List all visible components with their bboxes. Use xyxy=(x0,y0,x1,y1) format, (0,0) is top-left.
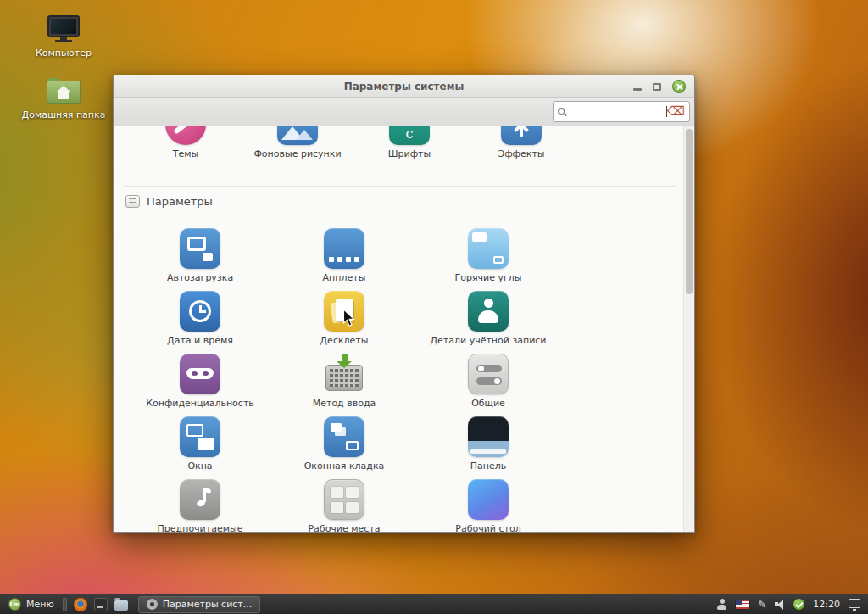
files-icon[interactable] xyxy=(114,600,128,611)
account-details-icon xyxy=(468,291,509,332)
settings-gear-icon xyxy=(147,599,158,610)
volume-icon[interactable] xyxy=(775,600,785,610)
settings-item-workspaces[interactable]: Рабочие места xyxy=(272,479,416,532)
search-icon xyxy=(558,108,565,115)
settings-item-windows[interactable]: Окна xyxy=(128,416,272,478)
panel-icon xyxy=(468,416,509,457)
window-toolbar: ⌫ xyxy=(114,98,694,126)
firefox-icon[interactable] xyxy=(74,598,87,611)
effects-icon xyxy=(501,126,542,145)
desktop-icon-home-folder[interactable]: Домашняя папка xyxy=(17,78,110,120)
input-method-icon xyxy=(324,354,364,394)
desktop-icon-computer[interactable]: Компьютер xyxy=(17,15,110,59)
desktop-icon-label: Домашняя папка xyxy=(22,109,106,120)
date-time-icon xyxy=(180,291,220,332)
minimize-button[interactable] xyxy=(633,88,642,91)
settings-item-desktop[interactable]: Рабочий стол xyxy=(416,479,560,532)
settings-item-preferred-apps[interactable]: Предпочитаемые xyxy=(128,479,272,532)
settings-item-general[interactable]: Общие xyxy=(416,354,560,416)
titlebar[interactable]: Параметры системы xyxy=(114,75,694,98)
preferred-apps-icon xyxy=(180,479,220,520)
section-divider xyxy=(124,186,676,187)
desktop-settings-icon xyxy=(468,479,509,520)
settings-item-autostart[interactable]: Автозагрузка xyxy=(128,228,272,290)
autostart-icon xyxy=(180,228,220,269)
computer-icon xyxy=(47,15,80,42)
scrollbar-track[interactable] xyxy=(683,126,694,532)
taskbar: Lm Меню Параметры сист... ✎ 12:20 xyxy=(0,594,868,614)
desktop-icon-label: Компьютер xyxy=(36,47,92,59)
hot-corners-icon xyxy=(468,228,509,269)
settings-item-panel[interactable]: Панель xyxy=(416,416,560,478)
pen-icon[interactable]: ✎ xyxy=(758,600,766,610)
clear-search-icon[interactable]: ⌫ xyxy=(667,105,685,118)
general-icon xyxy=(468,354,509,394)
window-title: Параметры системы xyxy=(114,75,694,98)
settings-item-account-details[interactable]: Детали учётной записи xyxy=(416,291,560,353)
settings-item-privacy[interactable]: Конфиденциальность xyxy=(128,354,272,416)
terminal-icon[interactable] xyxy=(94,598,108,611)
applets-icon xyxy=(324,228,364,269)
close-button[interactable] xyxy=(672,80,686,93)
workspaces-icon xyxy=(324,479,364,520)
update-manager-icon[interactable] xyxy=(793,599,804,610)
settings-item-hot-corners[interactable]: Горячие углы xyxy=(416,228,560,290)
backgrounds-icon xyxy=(277,126,318,145)
menu-button[interactable]: Lm Меню xyxy=(0,594,63,614)
display-icon[interactable] xyxy=(849,599,860,608)
system-tray: ✎ 12:20 xyxy=(716,599,868,610)
window-tiling-icon xyxy=(324,416,364,457)
windows-icon xyxy=(180,416,220,457)
search-input[interactable] xyxy=(565,103,741,120)
taskbar-window-button[interactable]: Параметры сист... xyxy=(138,596,261,613)
home-folder-icon xyxy=(47,78,81,104)
mouse-cursor xyxy=(342,309,355,327)
mint-logo-icon: Lm xyxy=(8,598,21,611)
maximize-button[interactable] xyxy=(653,83,661,91)
user-applet-icon[interactable] xyxy=(716,599,727,610)
clock[interactable]: 12:20 xyxy=(813,599,840,610)
search-box[interactable]: ⌫ xyxy=(553,101,690,122)
settings-item-date-time[interactable]: Дата и время xyxy=(128,291,272,353)
scrollbar-thumb[interactable] xyxy=(686,129,693,294)
settings-item-applets[interactable]: Апплеты xyxy=(272,228,416,290)
settings-item-backgrounds[interactable]: Фоновые рисунки xyxy=(242,126,353,170)
settings-item-fonts[interactable]: ab c Шрифты xyxy=(353,126,465,170)
desktop: Компьютер Домашняя папка Параметры систе… xyxy=(0,0,868,614)
settings-item-input-method[interactable]: Метод ввода xyxy=(272,354,416,416)
settings-item-effects[interactable]: Эффекты xyxy=(465,126,577,170)
settings-window: Параметры системы ⌫ Темы Ф xyxy=(113,75,695,533)
section-title: Параметры xyxy=(147,195,213,208)
settings-item-themes[interactable]: Темы xyxy=(130,126,242,170)
fonts-icon: ab c xyxy=(389,126,430,145)
show-desktop-button[interactable] xyxy=(63,598,67,611)
section-header-preferences: Параметры xyxy=(125,195,213,208)
preferences-section-icon xyxy=(125,195,140,208)
privacy-icon xyxy=(180,354,220,394)
themes-icon xyxy=(165,126,206,145)
settings-item-window-tiling[interactable]: Оконная кладка xyxy=(272,416,416,478)
settings-content: Темы Фоновые рисунки ab c Шрифты Эффекты xyxy=(114,126,694,532)
keyboard-layout-flag-icon[interactable] xyxy=(736,600,749,609)
taskbar-window-label: Параметры сист... xyxy=(163,599,253,610)
